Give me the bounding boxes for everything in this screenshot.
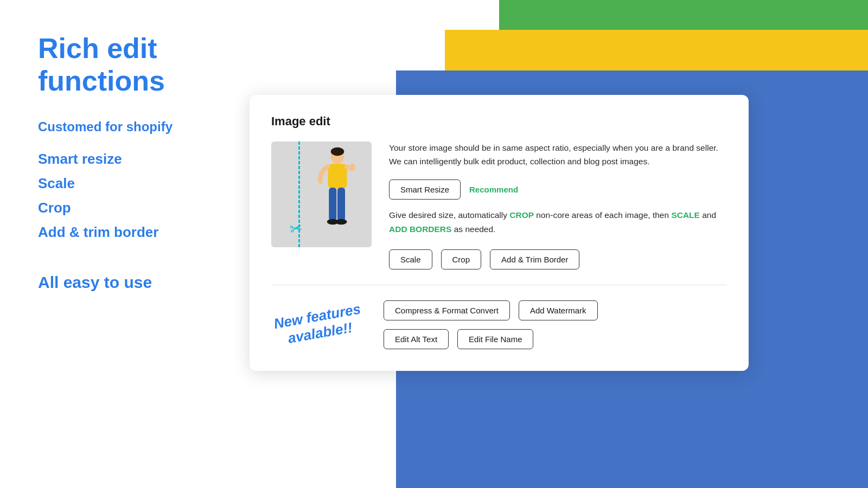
svg-point-6: [336, 219, 347, 225]
card-title: Image edit: [271, 114, 727, 129]
bg-green-block: [499, 0, 868, 33]
edit-file-name-button[interactable]: Edit File Name: [457, 329, 533, 349]
left-panel: Rich edit functions Customed for shopify…: [0, 0, 255, 488]
bg-yellow-block: [445, 30, 868, 76]
card-top-section: ✂: [271, 142, 727, 269]
svg-rect-2: [328, 164, 347, 189]
all-easy-label: All easy to use: [38, 273, 222, 292]
card-divider: [271, 285, 727, 285]
svg-point-1: [331, 147, 344, 156]
highlight-description: Give desired size, automatically CROP no…: [389, 208, 727, 237]
new-features-row-1: Compress & Format Convert Add Watermark: [384, 300, 727, 320]
new-features-buttons: Compress & Format Convert Add Watermark …: [384, 300, 727, 349]
image-edit-card: Image edit ✂: [250, 95, 749, 371]
new-features-row-2: Edit Alt Text Edit File Name: [384, 329, 727, 349]
highlight-crop: CROP: [509, 210, 534, 220]
feature-add-trim: Add & trim border: [38, 224, 222, 241]
highlight-scale: SCALE: [671, 210, 700, 220]
smart-resize-button[interactable]: Smart Resize: [389, 179, 461, 200]
feature-smart-resize: Smart resize: [38, 151, 222, 168]
new-features-section: New features avalable!! Compress & Forma…: [271, 300, 727, 349]
scissors-icon: ✂: [288, 219, 303, 238]
action-buttons-row: Scale Crop Add & Trim Border: [389, 249, 727, 269]
card-description: Your store image should be in same aspec…: [389, 142, 727, 269]
svg-rect-4: [337, 188, 345, 221]
image-preview-box: ✂: [271, 142, 372, 247]
svg-rect-3: [329, 188, 336, 221]
main-title: Rich edit functions: [38, 33, 222, 98]
feature-scale: Scale: [38, 175, 222, 192]
feature-list: Smart resize Scale Crop Add & trim borde…: [38, 151, 222, 241]
person-figure: [307, 146, 361, 241]
new-features-badge: New features avalable!!: [269, 300, 368, 350]
smart-resize-row: Smart Resize Recommend: [389, 179, 727, 200]
recommend-label: Recommend: [469, 185, 518, 194]
scale-button[interactable]: Scale: [389, 249, 432, 269]
crop-button[interactable]: Crop: [441, 249, 482, 269]
compress-format-button[interactable]: Compress & Format Convert: [384, 300, 510, 320]
add-watermark-button[interactable]: Add Watermark: [519, 300, 598, 320]
feature-crop: Crop: [38, 200, 222, 216]
highlight-border: ADD BORDERS: [389, 224, 451, 234]
custom-label: Customed for shopify: [38, 119, 222, 134]
desc-text-1: Your store image should be in same aspec…: [389, 142, 727, 169]
preview-inner: ✂: [271, 142, 372, 247]
edit-alt-text-button[interactable]: Edit Alt Text: [384, 329, 449, 349]
add-trim-button[interactable]: Add & Trim Border: [490, 249, 579, 269]
